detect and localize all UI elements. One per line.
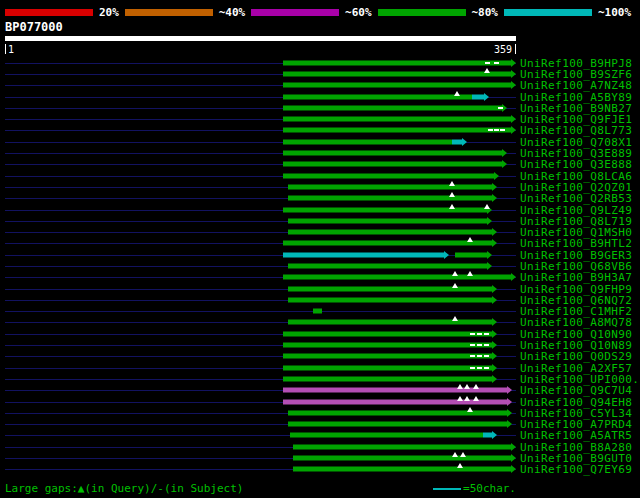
query-gap-icon	[464, 384, 470, 389]
arrowhead-icon	[487, 251, 492, 259]
alignment-bar[interactable]	[283, 241, 492, 246]
alignment-bar[interactable]	[283, 343, 492, 348]
arrowhead-icon	[492, 183, 497, 191]
arrowhead-icon	[462, 138, 467, 146]
alignment-bar[interactable]	[283, 252, 444, 257]
arrowhead-icon	[511, 70, 516, 78]
alignment-bar[interactable]	[283, 354, 492, 359]
scale-color-block	[378, 9, 466, 16]
alignment-bar[interactable]	[283, 139, 451, 144]
subject-gap-icon	[477, 367, 482, 369]
query-gap-icon	[464, 396, 470, 401]
query-gap-icon	[484, 204, 490, 209]
alignment-bar[interactable]	[288, 410, 507, 415]
arrowhead-icon	[511, 115, 516, 123]
alignment-bar[interactable]	[293, 467, 511, 472]
arrowhead-icon	[487, 262, 492, 270]
query-gap-icon	[452, 316, 458, 321]
query-gap-icon	[454, 91, 460, 96]
alignment-bar[interactable]	[288, 230, 493, 235]
query-bar	[5, 36, 516, 41]
alignment-bar[interactable]	[283, 331, 492, 336]
arrowhead-icon	[511, 443, 516, 451]
query-name: BP077000	[5, 21, 63, 33]
alignment-bar[interactable]	[288, 422, 507, 427]
query-gap-icon	[467, 237, 473, 242]
arrowhead-icon	[492, 285, 497, 293]
arrowhead-icon	[487, 217, 492, 225]
subject-gap-icon	[500, 129, 505, 131]
arrowhead-icon	[444, 251, 449, 259]
query-gap-icon	[473, 384, 479, 389]
query-gap-icon	[449, 204, 455, 209]
alignment-bar[interactable]	[290, 433, 483, 438]
alignment-bar[interactable]	[283, 60, 511, 65]
alignment-bar[interactable]	[283, 207, 486, 212]
arrowhead-icon	[492, 228, 497, 236]
arrowhead-icon	[507, 409, 512, 417]
alignment-bar[interactable]	[283, 105, 502, 110]
alignment-bar[interactable]	[483, 433, 492, 438]
ruler-tick	[515, 44, 516, 54]
query-gap-icon	[452, 452, 458, 457]
scale-color-block	[504, 9, 592, 16]
ruler: 1 359	[0, 44, 640, 56]
blast-overview-screen: 20%~40%~60%~80%~100% BP077000 1 359 UniR…	[0, 0, 640, 498]
alignment-bar[interactable]	[283, 275, 511, 280]
arrowhead-icon	[492, 341, 497, 349]
arrowhead-icon	[492, 431, 497, 439]
alignment-bar[interactable]	[288, 297, 493, 302]
alignment-bar[interactable]	[283, 83, 511, 88]
alignment-bar[interactable]	[452, 139, 463, 144]
scale-color-block	[251, 9, 339, 16]
alignment-bar[interactable]	[313, 309, 322, 314]
alignment-bar[interactable]	[288, 286, 493, 291]
identity-scale-bar: 20%~40%~60%~80%~100%	[5, 5, 637, 20]
arrowhead-icon	[511, 59, 516, 67]
subject-gap-icon	[494, 129, 499, 131]
ruler-end-label: 359	[494, 44, 512, 55]
scale-unit-line-icon	[433, 488, 461, 490]
arrowhead-icon	[492, 330, 497, 338]
alignment-bar[interactable]	[283, 376, 492, 381]
arrowhead-icon	[484, 93, 489, 101]
subject-gap-icon	[488, 129, 493, 131]
alignment-bar[interactable]	[283, 117, 511, 122]
alignment-bar[interactable]	[288, 320, 493, 325]
alignment-bar[interactable]	[472, 94, 484, 99]
subject-gap-icon	[484, 333, 489, 335]
alignment-bar[interactable]	[288, 196, 493, 201]
alignment-bar[interactable]	[283, 94, 471, 99]
scale-label: 20%	[93, 5, 125, 20]
arrowhead-icon	[511, 81, 516, 89]
arrowhead-icon	[492, 318, 497, 326]
subject-gap-icon	[485, 62, 490, 64]
alignment-bar[interactable]	[283, 151, 502, 156]
alignment-bar[interactable]	[283, 128, 511, 133]
alignment-bar[interactable]	[283, 173, 494, 178]
subject-gap-icon	[494, 62, 499, 64]
alignment-bar[interactable]	[293, 444, 511, 449]
alignment-bar[interactable]	[283, 365, 492, 370]
alignment-bar[interactable]	[288, 263, 487, 268]
ruler-tick	[5, 44, 6, 54]
arrowhead-icon	[492, 375, 497, 383]
arrowhead-icon	[511, 454, 516, 462]
gaps-legend: Large gaps:▲(in Query)/-(in Subject)	[5, 483, 243, 494]
alignment-bar[interactable]	[288, 184, 493, 189]
alignment-bar[interactable]	[455, 252, 487, 257]
subject-gap-icon	[470, 333, 475, 335]
subject-gap-icon	[484, 344, 489, 346]
query-gap-icon	[467, 271, 473, 276]
alignment-bar[interactable]	[288, 218, 487, 223]
scale-unit-text: =50char.	[463, 483, 516, 494]
arrowhead-icon	[492, 296, 497, 304]
arrowhead-icon	[492, 239, 497, 247]
query-gap-icon	[452, 271, 458, 276]
subject-link[interactable]: UniRef100_Q7EY69	[520, 464, 632, 475]
alignment-row: UniRef100_Q7EY69	[0, 464, 640, 475]
alignment-bar[interactable]	[283, 162, 502, 167]
alignment-bar[interactable]	[293, 456, 511, 461]
alignment-bar[interactable]	[283, 71, 511, 76]
subject-gap-icon	[477, 344, 482, 346]
